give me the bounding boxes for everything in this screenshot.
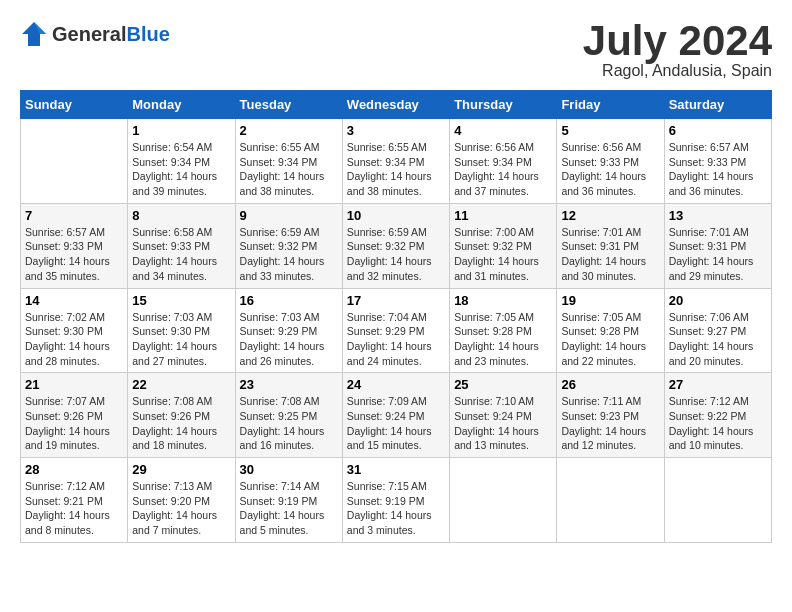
day-cell: 2Sunrise: 6:55 AM Sunset: 9:34 PM Daylig…: [235, 119, 342, 204]
day-info: Sunrise: 6:55 AM Sunset: 9:34 PM Dayligh…: [240, 140, 338, 199]
logo-blue: Blue: [126, 23, 169, 45]
day-cell: 27Sunrise: 7:12 AM Sunset: 9:22 PM Dayli…: [664, 373, 771, 458]
day-cell: [664, 458, 771, 543]
day-cell: 1Sunrise: 6:54 AM Sunset: 9:34 PM Daylig…: [128, 119, 235, 204]
day-info: Sunrise: 7:06 AM Sunset: 9:27 PM Dayligh…: [669, 310, 767, 369]
day-info: Sunrise: 6:56 AM Sunset: 9:33 PM Dayligh…: [561, 140, 659, 199]
day-number: 30: [240, 462, 338, 477]
calendar-header-row: SundayMondayTuesdayWednesdayThursdayFrid…: [21, 91, 772, 119]
day-cell: 17Sunrise: 7:04 AM Sunset: 9:29 PM Dayli…: [342, 288, 449, 373]
day-info: Sunrise: 6:56 AM Sunset: 9:34 PM Dayligh…: [454, 140, 552, 199]
day-number: 27: [669, 377, 767, 392]
day-number: 24: [347, 377, 445, 392]
day-number: 29: [132, 462, 230, 477]
day-cell: 25Sunrise: 7:10 AM Sunset: 9:24 PM Dayli…: [450, 373, 557, 458]
day-number: 11: [454, 208, 552, 223]
day-info: Sunrise: 7:09 AM Sunset: 9:24 PM Dayligh…: [347, 394, 445, 453]
day-number: 2: [240, 123, 338, 138]
day-info: Sunrise: 7:08 AM Sunset: 9:25 PM Dayligh…: [240, 394, 338, 453]
week-row-2: 7Sunrise: 6:57 AM Sunset: 9:33 PM Daylig…: [21, 203, 772, 288]
day-cell: 6Sunrise: 6:57 AM Sunset: 9:33 PM Daylig…: [664, 119, 771, 204]
day-info: Sunrise: 7:13 AM Sunset: 9:20 PM Dayligh…: [132, 479, 230, 538]
day-cell: 24Sunrise: 7:09 AM Sunset: 9:24 PM Dayli…: [342, 373, 449, 458]
calendar-table: SundayMondayTuesdayWednesdayThursdayFrid…: [20, 90, 772, 543]
day-number: 22: [132, 377, 230, 392]
day-info: Sunrise: 7:03 AM Sunset: 9:30 PM Dayligh…: [132, 310, 230, 369]
day-cell: 28Sunrise: 7:12 AM Sunset: 9:21 PM Dayli…: [21, 458, 128, 543]
day-info: Sunrise: 7:01 AM Sunset: 9:31 PM Dayligh…: [669, 225, 767, 284]
day-cell: 5Sunrise: 6:56 AM Sunset: 9:33 PM Daylig…: [557, 119, 664, 204]
day-number: 6: [669, 123, 767, 138]
day-number: 10: [347, 208, 445, 223]
header-tuesday: Tuesday: [235, 91, 342, 119]
day-number: 31: [347, 462, 445, 477]
logo-icon: [20, 20, 48, 48]
day-info: Sunrise: 7:02 AM Sunset: 9:30 PM Dayligh…: [25, 310, 123, 369]
day-info: Sunrise: 7:00 AM Sunset: 9:32 PM Dayligh…: [454, 225, 552, 284]
day-info: Sunrise: 6:58 AM Sunset: 9:33 PM Dayligh…: [132, 225, 230, 284]
day-cell: [450, 458, 557, 543]
day-cell: [557, 458, 664, 543]
day-number: 12: [561, 208, 659, 223]
day-info: Sunrise: 6:59 AM Sunset: 9:32 PM Dayligh…: [240, 225, 338, 284]
day-cell: 4Sunrise: 6:56 AM Sunset: 9:34 PM Daylig…: [450, 119, 557, 204]
day-number: 25: [454, 377, 552, 392]
day-info: Sunrise: 6:59 AM Sunset: 9:32 PM Dayligh…: [347, 225, 445, 284]
day-info: Sunrise: 6:55 AM Sunset: 9:34 PM Dayligh…: [347, 140, 445, 199]
day-number: 15: [132, 293, 230, 308]
day-cell: 7Sunrise: 6:57 AM Sunset: 9:33 PM Daylig…: [21, 203, 128, 288]
day-number: 14: [25, 293, 123, 308]
header-saturday: Saturday: [664, 91, 771, 119]
week-row-4: 21Sunrise: 7:07 AM Sunset: 9:26 PM Dayli…: [21, 373, 772, 458]
day-number: 20: [669, 293, 767, 308]
day-number: 8: [132, 208, 230, 223]
day-number: 9: [240, 208, 338, 223]
day-number: 18: [454, 293, 552, 308]
day-info: Sunrise: 7:07 AM Sunset: 9:26 PM Dayligh…: [25, 394, 123, 453]
day-number: 28: [25, 462, 123, 477]
day-info: Sunrise: 7:04 AM Sunset: 9:29 PM Dayligh…: [347, 310, 445, 369]
day-info: Sunrise: 6:57 AM Sunset: 9:33 PM Dayligh…: [669, 140, 767, 199]
day-info: Sunrise: 6:54 AM Sunset: 9:34 PM Dayligh…: [132, 140, 230, 199]
day-number: 17: [347, 293, 445, 308]
day-cell: 29Sunrise: 7:13 AM Sunset: 9:20 PM Dayli…: [128, 458, 235, 543]
day-cell: 23Sunrise: 7:08 AM Sunset: 9:25 PM Dayli…: [235, 373, 342, 458]
week-row-5: 28Sunrise: 7:12 AM Sunset: 9:21 PM Dayli…: [21, 458, 772, 543]
day-cell: 18Sunrise: 7:05 AM Sunset: 9:28 PM Dayli…: [450, 288, 557, 373]
day-info: Sunrise: 6:57 AM Sunset: 9:33 PM Dayligh…: [25, 225, 123, 284]
subtitle: Ragol, Andalusia, Spain: [583, 62, 772, 80]
day-cell: 19Sunrise: 7:05 AM Sunset: 9:28 PM Dayli…: [557, 288, 664, 373]
day-cell: 9Sunrise: 6:59 AM Sunset: 9:32 PM Daylig…: [235, 203, 342, 288]
day-number: 23: [240, 377, 338, 392]
header-wednesday: Wednesday: [342, 91, 449, 119]
main-title: July 2024: [583, 20, 772, 62]
day-cell: 3Sunrise: 6:55 AM Sunset: 9:34 PM Daylig…: [342, 119, 449, 204]
logo-text: GeneralBlue: [52, 23, 170, 46]
day-info: Sunrise: 7:03 AM Sunset: 9:29 PM Dayligh…: [240, 310, 338, 369]
week-row-1: 1Sunrise: 6:54 AM Sunset: 9:34 PM Daylig…: [21, 119, 772, 204]
day-info: Sunrise: 7:01 AM Sunset: 9:31 PM Dayligh…: [561, 225, 659, 284]
header-thursday: Thursday: [450, 91, 557, 119]
day-number: 16: [240, 293, 338, 308]
day-info: Sunrise: 7:05 AM Sunset: 9:28 PM Dayligh…: [454, 310, 552, 369]
day-number: 19: [561, 293, 659, 308]
day-number: 26: [561, 377, 659, 392]
day-number: 13: [669, 208, 767, 223]
header-monday: Monday: [128, 91, 235, 119]
day-cell: 15Sunrise: 7:03 AM Sunset: 9:30 PM Dayli…: [128, 288, 235, 373]
day-cell: 21Sunrise: 7:07 AM Sunset: 9:26 PM Dayli…: [21, 373, 128, 458]
day-info: Sunrise: 7:11 AM Sunset: 9:23 PM Dayligh…: [561, 394, 659, 453]
day-cell: 31Sunrise: 7:15 AM Sunset: 9:19 PM Dayli…: [342, 458, 449, 543]
day-cell: 22Sunrise: 7:08 AM Sunset: 9:26 PM Dayli…: [128, 373, 235, 458]
day-number: 5: [561, 123, 659, 138]
day-info: Sunrise: 7:15 AM Sunset: 9:19 PM Dayligh…: [347, 479, 445, 538]
day-cell: 14Sunrise: 7:02 AM Sunset: 9:30 PM Dayli…: [21, 288, 128, 373]
day-info: Sunrise: 7:12 AM Sunset: 9:21 PM Dayligh…: [25, 479, 123, 538]
day-info: Sunrise: 7:14 AM Sunset: 9:19 PM Dayligh…: [240, 479, 338, 538]
day-info: Sunrise: 7:05 AM Sunset: 9:28 PM Dayligh…: [561, 310, 659, 369]
day-number: 21: [25, 377, 123, 392]
logo-general: General: [52, 23, 126, 45]
day-number: 4: [454, 123, 552, 138]
day-cell: 12Sunrise: 7:01 AM Sunset: 9:31 PM Dayli…: [557, 203, 664, 288]
day-cell: 30Sunrise: 7:14 AM Sunset: 9:19 PM Dayli…: [235, 458, 342, 543]
